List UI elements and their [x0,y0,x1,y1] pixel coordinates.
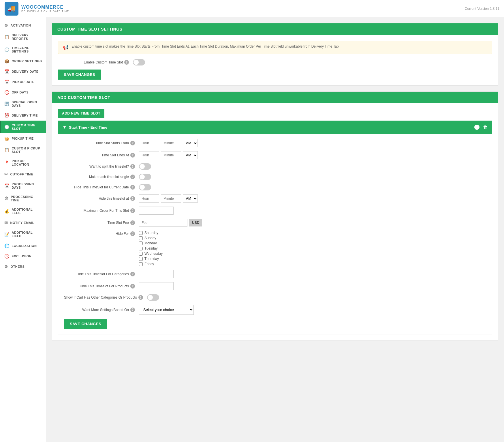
checkbox-thursday[interactable] [139,257,143,261]
delivery-reports-icon: 📋 [4,35,10,39]
sidebar-item-processing-days[interactable]: 📅PROCESSING DAYS [0,179,46,192]
sidebar-item-delivery-reports[interactable]: 📋DELIVERY REPORTS [0,31,46,43]
hide-for-help[interactable]: ? [130,231,135,236]
sidebar-item-localization[interactable]: 🌐LOCALIZATION [0,241,46,251]
ends-at-ampm[interactable]: AM PM [183,151,198,159]
hide-at-minute[interactable] [161,194,181,203]
sidebar-item-cutoff-time[interactable]: ✂CUTOFF TIME [0,169,46,179]
max-order-help[interactable]: ? [130,208,135,213]
logo-title: WOOCOMMERCE [21,5,69,10]
starts-from-row: Time Slot Starts From ? AM PM [64,139,486,147]
sidebar-item-label: PICKUP TIME [12,137,34,140]
day-checkbox-monday[interactable]: Monday [139,241,163,245]
sidebar: ⚙ACTIVATION📋DELIVERY REPORTS🕐TIMEZONE SE… [0,17,46,442]
more-settings-label: Want More Settings Based On ? [64,308,139,312]
checkbox-wednesday[interactable] [139,252,143,256]
sidebar-item-delivery-date[interactable]: 📅DELIVERY DATE [0,66,46,77]
sidebar-item-pickup-time[interactable]: 🧺PICKUP TIME [0,133,46,144]
checkbox-sunday[interactable] [139,236,143,240]
starts-from-minute[interactable] [161,139,181,147]
hide-products-row: Hide This Timeslot For Products ? [64,282,486,290]
sidebar-item-custom-time-slot[interactable]: 🕐CUSTOM TIME SLOT [0,121,46,133]
split-toggle[interactable] [139,163,151,170]
card-header-add: ADD CUSTOM TIME SLOT [52,92,498,103]
sidebar-item-off-days[interactable]: 🚫OFF DAYS [0,87,46,98]
add-new-time-slot-button[interactable]: ADD NEW TIME SLOT [58,109,104,118]
sidebar-item-delivery-time[interactable]: ⏰DELIVERY TIME [0,110,46,121]
hide-categories-row: Hide This Timeslot For Categories ? [64,270,486,278]
checkbox-tuesday[interactable] [139,247,143,250]
starts-from-help[interactable]: ? [130,141,135,145]
fee-input[interactable] [139,219,187,227]
slot-row[interactable]: ▼ Start Time - End Time 🗑 [58,121,492,134]
sidebar-item-additional-field[interactable]: 📝ADDITIONAL FIELD [0,228,46,241]
more-settings-select[interactable]: Select your choice [139,305,194,315]
sidebar-item-notify-email[interactable]: ✉NOTIFY EMAIL [0,218,46,228]
sidebar-item-activation[interactable]: ⚙ACTIVATION [0,20,46,31]
checkbox-friday[interactable] [139,262,143,266]
slot-save-button[interactable]: SAVE CHANGES [64,319,107,329]
day-checkbox-saturday[interactable]: Saturday [139,231,163,235]
ends-at-minute[interactable] [161,151,181,159]
max-order-row: Maximum Order For This Slot ? [64,207,486,215]
single-help[interactable]: ? [130,175,135,179]
hide-current-help[interactable]: ? [130,185,135,190]
sidebar-item-label: OTHERS [11,265,25,268]
hide-at-help[interactable]: ? [130,196,135,201]
hide-current-toggle[interactable] [139,184,151,190]
checkbox-monday[interactable] [139,241,143,245]
starts-from-hour[interactable] [139,139,159,147]
split-help[interactable]: ? [130,164,135,169]
processing-days-icon: 📅 [4,183,10,188]
slot-toggle[interactable] [468,124,480,130]
sidebar-item-processing-time[interactable]: ⏱PROCESSING TIME [0,192,46,205]
hide-current-row: Hide This TimeSlot for Current Date ? [64,184,486,190]
hide-categories-help[interactable]: ? [130,272,135,276]
ends-at-hour[interactable] [139,151,159,159]
show-if-cart-toggle[interactable] [147,294,159,301]
starts-from-ampm[interactable]: AM PM [183,139,198,147]
hide-products-input[interactable] [139,282,174,290]
sidebar-item-exclusion[interactable]: 🚫EXCLUSION [0,251,46,261]
main-content: CUSTOM TIME SLOT SETTINGS 📢 Enable custo… [46,17,504,442]
sidebar-item-additional-fees[interactable]: 💰ADDITIONAL FEES [0,205,46,218]
enable-custom-toggle[interactable] [133,59,145,65]
delete-icon[interactable]: 🗑 [483,125,488,130]
hide-at-label: Hide this timeslot at ? [64,196,139,201]
sidebar-item-others[interactable]: ⚙OTHERS [0,261,46,272]
pickup-location-icon: 📍 [4,160,10,165]
hide-at-hour[interactable] [139,194,159,203]
day-checkbox-tuesday[interactable]: Tuesday [139,246,163,250]
sidebar-item-pickup-date[interactable]: 📅PICKUP DATE [0,77,46,87]
fee-help[interactable]: ? [130,220,135,225]
sidebar-item-pickup-location[interactable]: 📍PICKUP LOCATION [0,156,46,169]
others-icon: ⚙ [4,264,8,269]
hide-categories-input[interactable] [139,270,174,278]
sidebar-item-timezone-settings[interactable]: 🕐TIMEZONE SETTINGS [0,43,46,56]
sidebar-item-special-open-days[interactable]: 🔄SPECIAL OPEN DAYS [0,98,46,110]
version-label: Current Version 1.3.11 [465,7,499,11]
sidebar-item-custom-pickup-slot[interactable]: 📋CUSTOM PICKUP SLOT [0,144,46,156]
checkbox-saturday[interactable] [139,231,143,235]
day-checkbox-thursday[interactable]: Thursday [139,257,163,261]
show-if-cart-help[interactable]: ? [138,295,143,300]
sidebar-item-label: SPECIAL OPEN DAYS [12,100,43,107]
custom-time-slot-settings-card: CUSTOM TIME SLOT SETTINGS 📢 Enable custo… [52,23,498,86]
max-order-input[interactable] [139,207,174,215]
day-checkbox-wednesday[interactable]: Wednesday [139,252,163,256]
ends-at-label: Time Slot Ends At ? [64,153,139,158]
day-checkbox-sunday[interactable]: Sunday [139,236,163,240]
settings-save-button[interactable]: SAVE CHANGES [58,70,101,80]
more-settings-help[interactable]: ? [130,308,135,312]
pickup-date-icon: 📅 [4,80,10,84]
sidebar-item-order-settings[interactable]: 📦ORDER SETTINGS [0,56,46,66]
sidebar-item-label: ACTIVATION [11,24,31,27]
add-custom-time-slot-card: ADD CUSTOM TIME SLOT ADD NEW TIME SLOT ▼… [52,91,498,340]
enable-help-icon[interactable]: ? [124,60,129,65]
day-checkbox-friday[interactable]: Friday [139,262,163,266]
single-toggle[interactable] [139,174,151,180]
custom-time-slot-icon: 🕐 [4,125,10,129]
hide-products-help[interactable]: ? [130,284,135,289]
ends-at-help[interactable]: ? [130,153,135,158]
hide-at-ampm[interactable]: AM PM [183,194,198,203]
